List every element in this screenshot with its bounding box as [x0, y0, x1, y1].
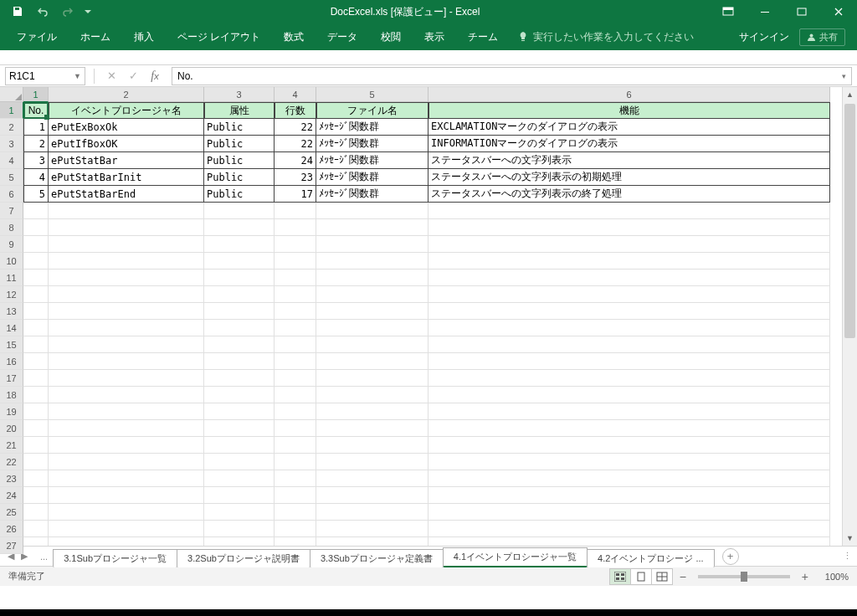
row-header[interactable]: 10 [0, 253, 23, 270]
scroll-thumb[interactable] [844, 104, 855, 338]
empty-cell[interactable] [23, 303, 49, 320]
row-headers[interactable]: 1234567891011121314151617181920212223242… [0, 102, 23, 554]
data-cell[interactable]: ePutStatBarInit [49, 169, 204, 186]
tab-view[interactable]: 表示 [413, 23, 456, 50]
empty-cell[interactable] [23, 437, 49, 454]
data-cell[interactable]: 5 [23, 186, 49, 203]
row-header[interactable]: 7 [0, 203, 23, 219]
empty-cell[interactable] [428, 454, 830, 470]
empty-cell[interactable] [23, 336, 49, 353]
empty-cell[interactable] [23, 219, 49, 236]
ribbon-display-icon[interactable] [710, 0, 747, 23]
empty-cell[interactable] [49, 537, 204, 546]
empty-cell[interactable] [204, 303, 275, 320]
empty-cell[interactable] [204, 236, 275, 253]
empty-cell[interactable] [428, 203, 830, 219]
data-cell[interactable]: 4 [23, 169, 49, 186]
data-cell[interactable]: ePutIfBoxOK [49, 136, 204, 152]
empty-cell[interactable] [275, 521, 316, 537]
tab-formulas[interactable]: 数式 [272, 23, 316, 50]
empty-cell[interactable] [275, 270, 316, 286]
empty-cell[interactable] [275, 320, 316, 336]
empty-cell[interactable] [23, 203, 49, 219]
sign-in-link[interactable]: サインイン [739, 30, 789, 44]
empty-cell[interactable] [204, 203, 275, 219]
data-cell[interactable]: EXCLAMATIONマークのダイアログの表示 [428, 119, 830, 136]
sheet-tab[interactable]: 4.2イベントプロシージ ... [587, 549, 715, 567]
data-cell[interactable]: Public [204, 169, 275, 186]
empty-cell[interactable] [23, 236, 49, 253]
zoom-out-button[interactable]: − [680, 570, 686, 583]
empty-cell[interactable] [428, 219, 830, 236]
empty-cell[interactable] [23, 454, 49, 470]
sheet-overflow-left[interactable]: ... [35, 552, 53, 562]
scroll-down-icon[interactable]: ▼ [843, 531, 857, 546]
data-cell[interactable]: INFORMATIONマークのダイアログの表示 [428, 136, 830, 152]
header-cell[interactable]: ファイル名 [316, 102, 428, 119]
column-header[interactable]: 2 [49, 87, 204, 102]
zoom-level[interactable]: 100% [815, 572, 849, 582]
empty-cell[interactable] [428, 420, 830, 437]
expand-formula-icon[interactable]: ▾ [842, 72, 846, 80]
empty-cell[interactable] [428, 353, 830, 370]
normal-view-icon[interactable] [609, 568, 631, 585]
empty-cell[interactable] [316, 253, 428, 270]
data-cell[interactable]: Public [204, 119, 275, 136]
empty-cell[interactable] [204, 420, 275, 437]
row-header[interactable]: 5 [0, 169, 23, 186]
data-cell[interactable]: ﾒｯｾｰｼﾞ関数群 [316, 119, 428, 136]
empty-cell[interactable] [275, 420, 316, 437]
empty-cell[interactable] [316, 370, 428, 387]
empty-cell[interactable] [49, 420, 204, 437]
empty-cell[interactable] [204, 387, 275, 403]
empty-cell[interactable] [316, 437, 428, 454]
empty-cell[interactable] [49, 286, 204, 303]
tab-home[interactable]: ホーム [69, 23, 122, 50]
empty-cell[interactable] [204, 336, 275, 353]
zoom-in-button[interactable]: + [802, 570, 808, 583]
sheet-tab[interactable]: 3.3Subプロシージャ定義書 [310, 549, 444, 567]
empty-cell[interactable] [49, 353, 204, 370]
data-cell[interactable]: 22 [275, 136, 316, 152]
row-header[interactable]: 6 [0, 186, 23, 203]
empty-cell[interactable] [23, 353, 49, 370]
empty-cell[interactable] [23, 270, 49, 286]
empty-cell[interactable] [49, 303, 204, 320]
empty-cell[interactable] [23, 521, 49, 537]
empty-cell[interactable] [204, 537, 275, 546]
share-button[interactable]: 共有 [799, 28, 845, 46]
empty-cell[interactable] [204, 286, 275, 303]
data-cell[interactable]: ePutStatBarEnd [49, 186, 204, 203]
empty-cell[interactable] [275, 370, 316, 387]
empty-cell[interactable] [428, 270, 830, 286]
data-cell[interactable]: 1 [23, 119, 49, 136]
data-cell[interactable]: 3 [23, 152, 49, 169]
row-header[interactable]: 2 [0, 119, 23, 136]
sheet-tab[interactable]: 4.1イベントプロシージャ一覧 [443, 547, 588, 567]
data-cell[interactable]: Public [204, 186, 275, 203]
data-cell[interactable]: ePutStatBar [49, 152, 204, 169]
empty-cell[interactable] [316, 320, 428, 336]
enter-formula-icon[interactable]: ✓ [123, 68, 143, 85]
row-header[interactable]: 20 [0, 420, 23, 437]
data-cell[interactable]: ステータスバーへの文字列表示の初期処理 [428, 169, 830, 186]
empty-cell[interactable] [428, 387, 830, 403]
empty-cell[interactable] [316, 470, 428, 487]
empty-cell[interactable] [49, 454, 204, 470]
data-cell[interactable]: ePutExBoxOk [49, 119, 204, 136]
empty-cell[interactable] [275, 470, 316, 487]
empty-cell[interactable] [275, 387, 316, 403]
empty-cell[interactable] [204, 470, 275, 487]
empty-cell[interactable] [428, 437, 830, 454]
empty-cell[interactable] [316, 303, 428, 320]
select-all-corner[interactable] [0, 87, 23, 102]
empty-cell[interactable] [428, 504, 830, 521]
data-cell[interactable]: 22 [275, 119, 316, 136]
close-icon[interactable] [820, 0, 857, 23]
empty-cell[interactable] [49, 336, 204, 353]
row-header[interactable]: 8 [0, 219, 23, 236]
empty-cell[interactable] [204, 370, 275, 387]
empty-cell[interactable] [204, 320, 275, 336]
empty-cell[interactable] [275, 236, 316, 253]
empty-cell[interactable] [204, 219, 275, 236]
